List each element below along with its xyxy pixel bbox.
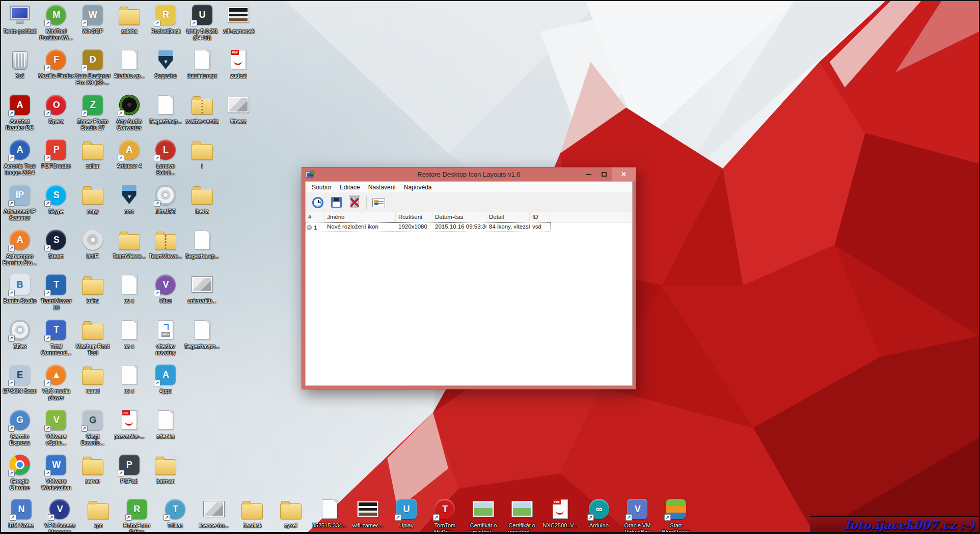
column-header-detail[interactable]: Detail: [486, 212, 530, 222]
menu-item-soubor[interactable]: Soubor: [308, 182, 336, 192]
menu-item-napoveda[interactable]: Nápověda: [400, 182, 436, 192]
desktop-icon-mozilla-firefox[interactable]: F↗Mozilla Firefox: [38, 48, 75, 79]
desktop-icon-wifi-zamec[interactable]: wifi-zamec...: [348, 498, 387, 529]
desktop-icon-svatba-venda[interactable]: svatba-venda: [184, 94, 221, 125]
desktop-icon-gisgt-downlo[interactable]: G↗Gisgt Downlo...: [74, 409, 111, 446]
desktop-icon-minitool-partition-wi[interactable]: M↗MiniTool Partition Wi...: [38, 4, 75, 41]
desktop-icon-os-x[interactable]: os x: [111, 319, 148, 350]
desktop-icon-google-chrome[interactable]: ↗Google Chrome: [2, 454, 38, 491]
desktop-icon-zoner-photo-studio-17[interactable]: Z↗Zoner Photo Studio 17: [74, 94, 111, 131]
desktop-icon-apps[interactable]: A↗Apps: [147, 363, 184, 395]
desktop-icon-opera[interactable]: O↗Opera: [38, 94, 75, 125]
row-radio-button[interactable]: [307, 225, 312, 230]
desktop-icon-licence-bu[interactable]: licence-bu...: [195, 498, 233, 529]
desktop-icon-rocketdock[interactable]: R↗RocketDock: [147, 4, 184, 35]
desktop-icon-fitness[interactable]: fitness: [221, 94, 257, 125]
desktop-icon-steam[interactable]: S↗Steam: [38, 229, 75, 260]
desktop-icon-certifik-t-o-um-st-n[interactable]: Certifikát o umístění ...: [464, 498, 503, 534]
desktop-icon-copy[interactable]: copy: [74, 184, 111, 215]
minimize-button[interactable]: [581, 167, 596, 181]
maximize-button[interactable]: [596, 167, 612, 181]
desktop-icon-pdfcreator[interactable]: P↗PDFCreator: [38, 138, 75, 170]
desktop-icon-ibm-notes[interactable]: N↗IBM Notes: [2, 498, 41, 529]
desktop-icon-xara-designer-pro-x9-32[interactable]: D↗Xara Designer Pro X9 (32-...: [74, 48, 111, 86]
desktop-icon-unity-5-0-2f1-64-bit[interactable]: U↗Unity 5.0.2f1 (64-bit): [184, 4, 221, 41]
desktop-icon-epson-scan[interactable]: E↗EPSON Scan: [2, 363, 38, 395]
delete-layout-button[interactable]: [345, 194, 364, 211]
column-header-resolution[interactable]: Rozlišení: [396, 212, 432, 222]
desktop-icon-nanet[interactable]: nanet: [74, 363, 111, 395]
desktop-icon-tento-po-ta[interactable]: Tento počítač: [2, 4, 38, 35]
desktop-icon-advanced-ip-scanner[interactable]: IP↗Advanced IP Scanner: [2, 184, 38, 221]
desktop-icon-teamviewer-10[interactable]: T↗TeamViewer 10: [38, 273, 75, 311]
desktop-icon-callan[interactable]: callan: [74, 138, 111, 170]
desktop-icon-unicreditb[interactable]: unicreditb...: [184, 273, 221, 304]
desktop-icon-acronis-true-image-2014[interactable]: A↗Acronis True Image 2014: [2, 138, 38, 176]
desktop-icon-teamviewe[interactable]: TeamViewe...: [147, 229, 184, 260]
desktop-icon-trillian[interactable]: T↗Trillian: [156, 498, 195, 529]
window-titlebar[interactable]: Restore Desktop Icon Layouts v1.6 ✕: [302, 167, 636, 181]
desktop-icon-vpn-access-manager[interactable]: V↗VPN Access Manager: [41, 498, 79, 534]
desktop-icon-any-audio-converter[interactable]: ↗Any Audio Converter: [111, 94, 148, 131]
desktop-icon-arduino[interactable]: ∞↗Arduino: [580, 498, 618, 529]
desktop-icon-mashup-root-tool[interactable]: Mashup Root Tool: [74, 319, 111, 356]
restore-layout-button[interactable]: [309, 194, 327, 211]
desktop-icon-uplay[interactable]: U↗Uplay: [387, 498, 426, 529]
desktop-icon-vmware-workstation[interactable]: W↗VMware Workstation: [38, 454, 75, 491]
desktop-icon-pspad[interactable]: P↗PSPad: [111, 454, 148, 485]
desktop-icon-garmin-express[interactable]: G↗Garmin Express: [2, 409, 38, 446]
desktop-icon-pozvanka[interactable]: PDFpozvanka-...: [111, 409, 148, 440]
desktop-icon-nxc2500-v[interactable]: PDFNXC2500_V...: [541, 498, 580, 529]
desktop-icon-teamviewe[interactable]: TeamViewe...: [111, 229, 148, 260]
column-header-name[interactable]: Jméno: [324, 212, 396, 222]
desktop-icon-dataintervpn[interactable]: dataintervpn: [184, 48, 221, 79]
desktop-icon-vpn[interactable]: vpn: [79, 498, 118, 529]
desktop-icon-kniha[interactable]: kniha: [74, 273, 111, 304]
desktop-icon-server[interactable]: server: [74, 454, 111, 485]
desktop-icon-cdex[interactable]: ↗CDex: [2, 319, 38, 350]
desktop-icon-viteslav-novotny[interactable]: MP3viteslav novotny: [147, 319, 184, 356]
desktop-icon-winscp[interactable]: W↗WinSCP: [74, 4, 111, 35]
desktop-icon-segezha[interactable]: ▼Segezha: [147, 48, 184, 79]
desktop-icon-total-command[interactable]: T↗Total Command...: [38, 319, 75, 356]
desktop-icon-wifi-zamecek[interactable]: wifi-zamecek: [221, 4, 257, 35]
desktop-icon-segezhavpn[interactable]: Segezhavpn...: [184, 319, 221, 350]
profile-button[interactable]: [369, 194, 388, 211]
layout-row[interactable]: 1 Nové rozložení ikon 1920x1080 2015.10.…: [306, 222, 551, 232]
column-header-datetime[interactable]: Datum-čas: [432, 212, 486, 222]
desktop-icon-ko[interactable]: Koš: [2, 48, 38, 79]
desktop-icon-certifik-t-o-um-st-n[interactable]: Certifikát o umístění ...: [503, 498, 541, 534]
desktop-icon-lenovo-soluti[interactable]: L↗Lenovo Soluti...: [147, 138, 184, 176]
desktop-icon-segezhavp[interactable]: Segezhavp...: [147, 94, 184, 125]
menu-item-editace[interactable]: Editace: [336, 182, 364, 192]
desktop-icon-iberia[interactable]: iberia: [184, 184, 221, 215]
desktop-icon-zyxel[interactable]: zyxel: [271, 498, 310, 529]
desktop-icon-052515-334[interactable]: 052515-334...: [310, 498, 349, 529]
desktop-icon-zadost[interactable]: PDFzadost: [221, 48, 257, 79]
desktop-icon-vmware-vsphe[interactable]: V↗VMware vSphe...: [38, 409, 75, 446]
desktop-icon-cron[interactable]: ▼cron: [111, 184, 148, 215]
desktop-icon-acrobat-reader-dc[interactable]: A↗Acrobat Reader DC: [2, 94, 38, 131]
desktop-icon-t[interactable]: t: [184, 138, 221, 170]
save-layout-button[interactable]: [327, 194, 345, 211]
desktop-icon-unifi[interactable]: UniFi: [74, 229, 111, 260]
close-button[interactable]: ✕: [612, 167, 636, 181]
desktop-icon-vlc-media-player[interactable]: ▲↗VLC media player: [38, 363, 75, 401]
desktop-icon-viber[interactable]: V↗Viber: [147, 273, 184, 304]
desktop-icon-start-bluestacks[interactable]: ↗Start BlueStacks: [657, 498, 695, 534]
column-header-id[interactable]: ID: [530, 212, 550, 222]
desktop-icon-aledeto-vp[interactable]: Aledeto.vp...: [111, 48, 148, 79]
desktop-icon-skype[interactable]: S↗Skype: [38, 184, 75, 215]
desktop-icon-zdenka[interactable]: zdenka: [147, 409, 184, 440]
desktop-icon-ashampoo-burning-stu[interactable]: A↗Ashampoo Burning Stu...: [2, 229, 38, 266]
desktop-icon-oracle-vm-virtualbox[interactable]: V↗Oracle VM VirtualBox: [618, 498, 657, 534]
desktop-icon-bontia-studio[interactable]: B↗Bontia Studio: [2, 273, 38, 304]
column-header-num[interactable]: #: [306, 212, 324, 222]
desktop-icon-os-x[interactable]: os x: [111, 363, 148, 395]
desktop-icon-segezha-vp[interactable]: Segezha.vp...: [184, 229, 221, 260]
desktop-icon-zaloha[interactable]: zaloha: [111, 4, 148, 35]
desktop-icon-os-x[interactable]: os x: [111, 273, 148, 304]
desktop-icon-artisteer-4[interactable]: A↗Artisteer 4: [111, 138, 148, 170]
desktop-icon-flasdisk[interactable]: flasdisk: [233, 498, 272, 529]
menu-item-nastaveni[interactable]: Nastavení: [364, 182, 400, 192]
